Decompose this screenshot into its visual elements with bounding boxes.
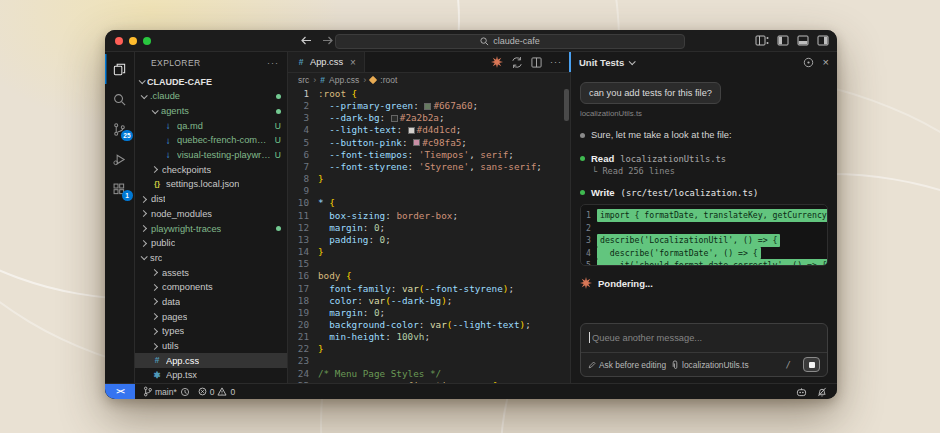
breadcrumb-separator: › <box>313 75 316 85</box>
tree-item-pages[interactable]: pages <box>135 309 287 324</box>
tree-item-label: checkpoints <box>162 165 211 175</box>
editor-group: # App.css × ··· src›#App.css›:root 12345… <box>288 52 570 383</box>
close-window-button[interactable] <box>115 37 123 45</box>
chevron-down-icon <box>152 107 159 114</box>
editor-more-actions[interactable]: ··· <box>550 57 562 67</box>
breadcrumb-part[interactable]: src <box>298 75 309 85</box>
tree-item-utils[interactable]: utils <box>135 339 287 354</box>
code-line: --font-tiempos: 'Tiempos', serif; <box>318 149 570 161</box>
back-arrow-icon[interactable] <box>301 36 312 45</box>
panel-title: Unit Tests <box>579 57 624 68</box>
breadcrumb[interactable]: src›#App.css›:root <box>288 73 570 87</box>
search-activity-icon[interactable] <box>105 84 135 114</box>
user-message-bubble: can you add tests for this file? <box>580 82 721 104</box>
chevron-right-icon <box>140 196 147 203</box>
sync-icon <box>180 387 190 397</box>
tree-item-dist[interactable]: dist <box>135 192 287 207</box>
tree-item-app-tsx[interactable]: ✱App.tsx <box>135 368 287 383</box>
tree-item-label: assets <box>162 268 189 278</box>
modified-dot-icon <box>276 109 281 114</box>
chevron-right-icon <box>151 166 158 173</box>
tab-app-css[interactable]: # App.css × <box>288 52 365 72</box>
explorer-activity-icon[interactable] <box>105 54 135 84</box>
tree-item-agents[interactable]: agents <box>135 104 287 119</box>
extensions-activity-icon[interactable]: 1 <box>105 174 135 204</box>
toggle-secondary-sidebar-icon[interactable] <box>817 35 829 46</box>
close-panel-icon[interactable]: × <box>823 56 829 68</box>
write-file: (src/test/localization.ts) <box>621 188 759 198</box>
tree-item-types[interactable]: types <box>135 324 287 339</box>
split-editor-icon[interactable] <box>531 57 542 68</box>
diff-line: 3describe('LocalizationUtil', () => { <box>581 234 827 247</box>
branch-status[interactable]: main* <box>143 386 190 397</box>
breadcrumb-part[interactable]: :root <box>380 75 397 85</box>
unit-tests-panel: Unit Tests × can you add tests for this … <box>570 52 837 383</box>
explorer-sidebar: EXPLORER ··· CLAUDE-CAFE .claudeagents↓q… <box>135 52 288 383</box>
open-changes-icon[interactable] <box>511 57 523 68</box>
code-editor[interactable]: 1234567891011121314151617181920212223242… <box>288 87 570 383</box>
run-debug-activity-icon[interactable] <box>105 144 135 174</box>
tree-item-quebec-french-complian-[interactable]: ↓quebec-french-complian...U <box>135 133 287 148</box>
remote-indicator[interactable]: >< <box>105 384 135 399</box>
diff-line: 2 <box>581 222 827 235</box>
editor-scrollbar[interactable] <box>564 89 569 121</box>
tree-item-settings-local-json[interactable]: {}settings.local.json <box>135 177 287 192</box>
code-line: /* Menu Page Styles */ <box>318 368 570 380</box>
tree-item-playwright-traces[interactable]: playwright-traces <box>135 221 287 236</box>
tree-item-label: utils <box>162 341 179 351</box>
tree-item-node-modules[interactable]: node_modules <box>135 207 287 222</box>
minimize-window-button[interactable] <box>129 37 137 45</box>
command-center-search[interactable]: claude-cafe <box>335 34 685 49</box>
permission-mode-selector[interactable]: Ask before editing <box>588 360 666 370</box>
close-tab-icon[interactable]: × <box>350 57 356 68</box>
tree-item-assets[interactable]: assets <box>135 265 287 280</box>
chevron-right-icon <box>151 313 158 320</box>
copilot-icon[interactable] <box>796 387 807 397</box>
tree-item-checkpoints[interactable]: checkpoints <box>135 162 287 177</box>
notifications-muted-icon[interactable] <box>817 387 827 397</box>
claude-spark-icon[interactable] <box>491 56 503 68</box>
chevron-down-icon[interactable] <box>629 58 636 65</box>
workspace-root-row[interactable]: CLAUDE-CAFE <box>135 74 287 89</box>
toggle-panel-icon[interactable] <box>797 35 809 46</box>
message-input-box[interactable]: Queue another message... Ask before edit… <box>580 323 828 377</box>
git-status-badge: U <box>275 150 281 160</box>
titlebar: claude-cafe <box>105 30 837 52</box>
diff-preview-block[interactable]: 1import { formatDate, translateKey, getC… <box>580 204 828 266</box>
tree-item-label: data <box>162 297 180 307</box>
diff-line: 5 it('should format date correctly', () … <box>581 259 827 266</box>
context-attachment[interactable]: localizationUtils.ts <box>671 360 749 370</box>
zoom-window-button[interactable] <box>143 37 151 45</box>
tree-item--claude[interactable]: .claude <box>135 89 287 104</box>
tree-item-visual-testing-playwright-[interactable]: ↓visual-testing-playwright...U <box>135 148 287 163</box>
slash-command-hint[interactable]: / <box>786 360 791 370</box>
warning-count: 0 <box>230 387 235 397</box>
json-file-icon: {} <box>152 180 162 188</box>
code-line: } <box>318 173 570 185</box>
css-file-icon: # <box>296 58 306 67</box>
feedback-icon[interactable] <box>803 57 814 68</box>
stop-button[interactable] <box>803 357 820 372</box>
tree-item-label: dist <box>151 194 165 204</box>
tree-item-data[interactable]: data <box>135 295 287 310</box>
write-label: Write <box>591 187 615 198</box>
tree-item-app-css[interactable]: #App.css <box>135 353 287 368</box>
tree-item-src[interactable]: src <box>135 251 287 266</box>
problems-status[interactable]: 0 0 <box>198 387 235 397</box>
panel-sash[interactable] <box>569 52 571 72</box>
explorer-more-actions[interactable]: ··· <box>267 58 279 68</box>
source-control-activity-icon[interactable]: 25 <box>105 114 135 144</box>
forward-arrow-icon[interactable] <box>322 36 333 45</box>
chevron-down-icon <box>141 254 148 261</box>
tree-item-qa-md[interactable]: ↓qa.mdU <box>135 118 287 133</box>
write-tool-call[interactable]: Write (src/test/localization.ts) <box>580 187 828 198</box>
code-line: margin: 0; <box>318 307 570 319</box>
tree-item-public[interactable]: public <box>135 236 287 251</box>
read-tool-call[interactable]: Read localizationUtils.ts <box>580 153 828 164</box>
toggle-primary-sidebar-icon[interactable] <box>777 35 789 46</box>
breadcrumb-part[interactable]: App.css <box>329 75 359 85</box>
code-line: min-height: 100vh; <box>318 331 570 343</box>
pondering-text: Pondering... <box>598 278 653 289</box>
tree-item-components[interactable]: components <box>135 280 287 295</box>
customize-layout-icon[interactable] <box>755 35 769 46</box>
